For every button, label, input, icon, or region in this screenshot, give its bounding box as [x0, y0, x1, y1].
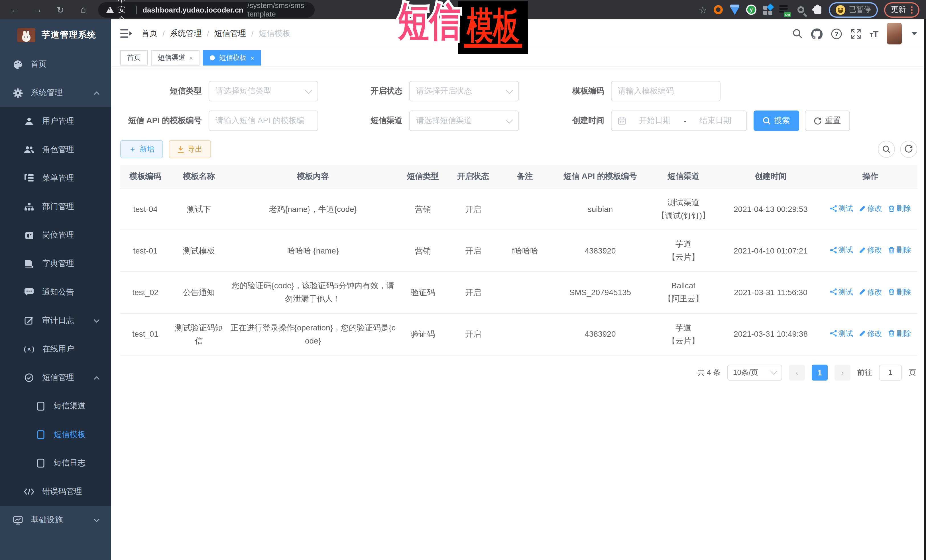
- create-time-range-picker[interactable]: 开始日期 - 结束日期: [611, 110, 747, 131]
- active-dot-icon: [210, 55, 215, 60]
- url-divider: [136, 5, 137, 14]
- sms-type-label: 短信类型: [120, 86, 209, 96]
- breadcrumb-home[interactable]: 首页: [141, 29, 157, 39]
- table-row: test_01 测试验证码短信 正在进行登录操作{operation}，您的验证…: [120, 313, 917, 355]
- search-button[interactable]: 搜索: [754, 110, 799, 131]
- close-icon[interactable]: ×: [251, 54, 254, 61]
- extension-magnifier-icon[interactable]: [796, 5, 806, 15]
- message-bubble-icon: [24, 287, 34, 297]
- test-link[interactable]: 测试: [830, 202, 853, 214]
- browser-reload-icon[interactable]: ↻: [53, 2, 68, 18]
- next-page-button[interactable]: ›: [835, 365, 850, 380]
- sidebar-item-infrastructure[interactable]: 基础设施: [0, 506, 111, 534]
- create-time-label: 创建时间: [519, 116, 611, 126]
- header-search-icon[interactable]: [792, 29, 802, 39]
- extension-gem-icon[interactable]: [729, 5, 740, 15]
- sidebar-item-error-codes[interactable]: 错误码管理: [0, 477, 111, 506]
- sidebar-item-sms-channel[interactable]: 短信渠道: [0, 392, 111, 420]
- dashboard-icon: [12, 59, 23, 69]
- test-link[interactable]: 测试: [830, 286, 853, 298]
- breadcrumb-system[interactable]: 系统管理: [170, 29, 202, 39]
- reset-button[interactable]: 重置: [805, 110, 850, 131]
- delete-link[interactable]: 删除: [888, 286, 911, 298]
- insecure-warning-icon: [106, 6, 114, 13]
- sidebar-item-departments[interactable]: 部门管理: [0, 193, 111, 221]
- bookmark-star-icon[interactable]: ☆: [699, 4, 707, 15]
- sidebar-item-users[interactable]: 用户管理: [0, 107, 111, 136]
- address-bar[interactable]: 不安全 dashboard.yudao.iocoder.cn/system/sm…: [98, 2, 315, 17]
- browser-forward-icon[interactable]: →: [30, 2, 45, 18]
- add-button[interactable]: ＋ 新增: [120, 140, 163, 158]
- api-template-id-input[interactable]: 请输入短信 API 的模板编: [209, 110, 318, 131]
- status-select[interactable]: 请选择开启状态: [409, 81, 519, 101]
- template-code-input[interactable]: 请输入模板编码: [611, 81, 720, 101]
- help-icon[interactable]: ?: [831, 28, 842, 39]
- github-icon[interactable]: [811, 28, 822, 39]
- extension-grid-icon[interactable]: [763, 5, 773, 15]
- extension-list-icon[interactable]: on: [779, 5, 790, 15]
- extension-y-icon[interactable]: y: [746, 5, 757, 15]
- sidebar-item-home[interactable]: 首页: [0, 50, 111, 78]
- breadcrumb-sms[interactable]: 短信管理: [214, 29, 246, 39]
- sidebar-item-system[interactable]: 系统管理: [0, 78, 111, 107]
- page-1-button[interactable]: 1: [812, 365, 828, 380]
- table-header-row: 模板编码 模板名称 模板内容 短信类型 开启状态 备注 短信 API 的模板编号…: [120, 165, 917, 188]
- test-link[interactable]: 测试: [830, 328, 853, 340]
- extensions-puzzle-icon[interactable]: [812, 5, 823, 15]
- update-button[interactable]: 更新: [884, 2, 920, 17]
- table-row: test_02 公告通知 您的验证码{code}，该验证码5分钟内有效，请勿泄漏…: [120, 272, 917, 313]
- browser-home-icon[interactable]: ⌂: [75, 2, 91, 18]
- delete-link[interactable]: 删除: [888, 202, 911, 214]
- edit-link[interactable]: 修改: [859, 244, 882, 257]
- browser-menu-icon[interactable]: [911, 6, 912, 14]
- show-search-button[interactable]: [878, 141, 895, 158]
- extension-ring-icon[interactable]: [713, 5, 723, 15]
- monitor-icon: [12, 515, 23, 525]
- sidebar-item-sms-log[interactable]: 短信日志: [0, 449, 111, 477]
- prev-page-button[interactable]: ‹: [789, 365, 805, 380]
- phone-icon: [35, 430, 45, 440]
- tab-sms-template[interactable]: 短信模板 ×: [203, 50, 261, 65]
- export-button[interactable]: 导出: [169, 140, 211, 158]
- sidebar-item-sms[interactable]: 短信管理: [0, 364, 111, 392]
- page-size-select[interactable]: 10条/页: [727, 365, 782, 380]
- tab-sms-channel[interactable]: 短信渠道 ×: [151, 50, 200, 65]
- gear-icon: [12, 88, 23, 98]
- avatar-caret-icon[interactable]: [911, 32, 917, 35]
- paused-badge[interactable]: 已暂停: [829, 2, 878, 17]
- sidebar-item-dictionary[interactable]: 字典管理: [0, 249, 111, 278]
- edit-link[interactable]: 修改: [859, 286, 882, 298]
- test-link[interactable]: 测试: [830, 244, 853, 257]
- logo-rabbit-image: [17, 28, 35, 42]
- tab-home[interactable]: 首页: [120, 50, 148, 65]
- edit-link[interactable]: 修改: [859, 328, 882, 340]
- close-icon[interactable]: ×: [189, 54, 193, 61]
- goto-label: 前往: [857, 367, 872, 378]
- font-size-icon[interactable]: TT: [870, 29, 878, 38]
- delete-link[interactable]: 删除: [888, 328, 911, 340]
- edit-link[interactable]: 修改: [859, 202, 882, 214]
- end-date-placeholder: 结束日期: [691, 116, 740, 126]
- goto-page-input[interactable]: 1: [879, 365, 902, 380]
- user-avatar[interactable]: [887, 23, 902, 44]
- sidebar-item-online-users[interactable]: A 在线用户: [0, 335, 111, 364]
- sidebar-item-menus[interactable]: 菜单管理: [0, 164, 111, 193]
- sidebar-item-sms-template[interactable]: 短信模板: [0, 420, 111, 449]
- fullscreen-icon[interactable]: [850, 28, 861, 39]
- delete-link[interactable]: 删除: [888, 244, 911, 257]
- sidebar-item-roles[interactable]: 角色管理: [0, 136, 111, 164]
- browser-back-icon[interactable]: ←: [7, 2, 23, 18]
- sidebar-item-posts[interactable]: 岗位管理: [0, 221, 111, 249]
- sidebar-collapse-icon[interactable]: [120, 29, 132, 39]
- channel-label: 短信渠道: [318, 116, 409, 126]
- refresh-button[interactable]: [900, 141, 917, 158]
- page-unit-label: 页: [909, 367, 916, 378]
- chevron-down-icon: [94, 319, 100, 323]
- chevron-up-icon: [94, 376, 100, 380]
- chevron-down-icon: [94, 518, 100, 522]
- sidebar-item-audit-log[interactable]: 审计日志: [0, 306, 111, 335]
- channel-select[interactable]: 请选择短信渠道: [409, 110, 519, 131]
- sidebar-item-notices[interactable]: 通知公告: [0, 278, 111, 306]
- sms-type-select[interactable]: 请选择短信类型: [209, 81, 318, 101]
- app-title: 芋道管理系统: [42, 29, 96, 40]
